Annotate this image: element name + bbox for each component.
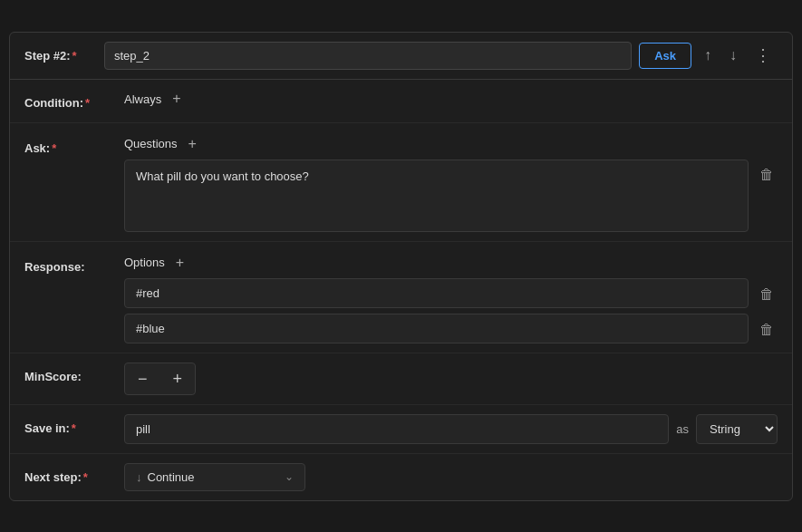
question-textarea[interactable]: What pill do you want to choose?: [124, 160, 749, 232]
ask-button[interactable]: Ask: [639, 43, 691, 69]
options-label: Options: [124, 256, 165, 269]
condition-value: Always: [124, 89, 161, 110]
more-dots-icon: ⋮: [755, 45, 772, 65]
down-arrow-icon: ↓: [730, 47, 737, 63]
next-step-value: Continue: [148, 470, 195, 484]
plus-icon: +: [173, 371, 183, 387]
next-step-chevron: ⌄: [285, 470, 294, 483]
step-name-input[interactable]: [104, 42, 632, 70]
save-in-input[interactable]: [124, 414, 669, 444]
question-item: What pill do you want to choose? 🗑: [124, 160, 778, 232]
ask-content: Questions + What pill do you want to cho…: [124, 132, 778, 232]
option-row-0: 🗑: [124, 278, 778, 308]
save-in-label: Save in:*: [24, 414, 124, 435]
minscore-label: MinScore:: [24, 363, 124, 383]
next-step-wrapper[interactable]: ↓ Continue ⌄: [124, 463, 305, 491]
response-label: Response:: [24, 251, 124, 274]
condition-add-button[interactable]: +: [167, 89, 186, 109]
step-label: Step #2:*: [24, 49, 97, 63]
questions-header: Questions +: [124, 134, 202, 154]
up-arrow-icon: ↑: [704, 47, 711, 63]
option-input-0[interactable]: [124, 278, 749, 308]
minus-icon: −: [138, 371, 148, 387]
ask-label: Ask:*: [24, 132, 124, 155]
more-options-button[interactable]: ⋮: [749, 42, 778, 69]
condition-row: Condition:* Always +: [10, 80, 792, 123]
option-input-1[interactable]: [124, 314, 749, 343]
minscore-minus-button[interactable]: −: [125, 363, 160, 394]
next-step-down-arrow: ↓: [136, 470, 142, 484]
minscore-controls: − +: [124, 363, 196, 395]
next-step-label: Next step:*: [24, 463, 124, 484]
next-step-row: Next step:* ↓ Continue ⌄: [10, 454, 792, 500]
save-in-inner: as String Number Boolean: [124, 414, 778, 444]
question-add-button[interactable]: +: [183, 134, 202, 154]
next-step-content: ↓ Continue ⌄: [124, 463, 778, 491]
step-label-text: Step #2:: [24, 49, 71, 63]
minscore-plus-button[interactable]: +: [160, 363, 196, 394]
move-down-button[interactable]: ↓: [724, 44, 742, 67]
response-row: Response: Options + 🗑 🗑: [10, 242, 792, 353]
move-up-button[interactable]: ↑: [699, 44, 717, 67]
option-delete-0[interactable]: 🗑: [756, 283, 778, 306]
step-header-row: Step #2:* Ask ↑ ↓ ⋮: [10, 33, 792, 80]
question-delete-button[interactable]: 🗑: [756, 163, 778, 187]
type-select[interactable]: String Number Boolean: [696, 414, 778, 444]
next-step-text: ↓ Continue: [136, 470, 195, 484]
question-delete-icon: 🗑: [759, 167, 774, 183]
option-row-1: 🗑: [124, 314, 778, 343]
response-content: Options + 🗑 🗑: [124, 251, 778, 343]
option-delete-icon-1: 🗑: [759, 322, 774, 338]
minscore-row: MinScore: − +: [10, 353, 792, 405]
ask-row: Ask:* Questions + What pill do you want …: [10, 123, 792, 242]
as-label: as: [676, 422, 689, 436]
condition-label: Condition:*: [24, 89, 124, 110]
option-delete-1[interactable]: 🗑: [756, 318, 778, 342]
options-header: Options +: [124, 253, 189, 273]
question-add-icon: +: [188, 136, 197, 152]
questions-label: Questions: [124, 137, 178, 150]
save-in-content: as String Number Boolean: [124, 414, 778, 444]
condition-content: Always +: [124, 89, 778, 110]
option-add-button[interactable]: +: [170, 253, 189, 273]
option-delete-icon-0: 🗑: [759, 286, 774, 303]
condition-add-icon: +: [172, 91, 180, 107]
step-required: *: [72, 49, 77, 63]
save-in-row: Save in:* as String Number Boolean: [10, 405, 792, 454]
option-add-icon: +: [176, 255, 184, 271]
minscore-content: − +: [124, 363, 778, 395]
step-form: Step #2:* Ask ↑ ↓ ⋮ Condition:* Always +…: [9, 32, 793, 501]
